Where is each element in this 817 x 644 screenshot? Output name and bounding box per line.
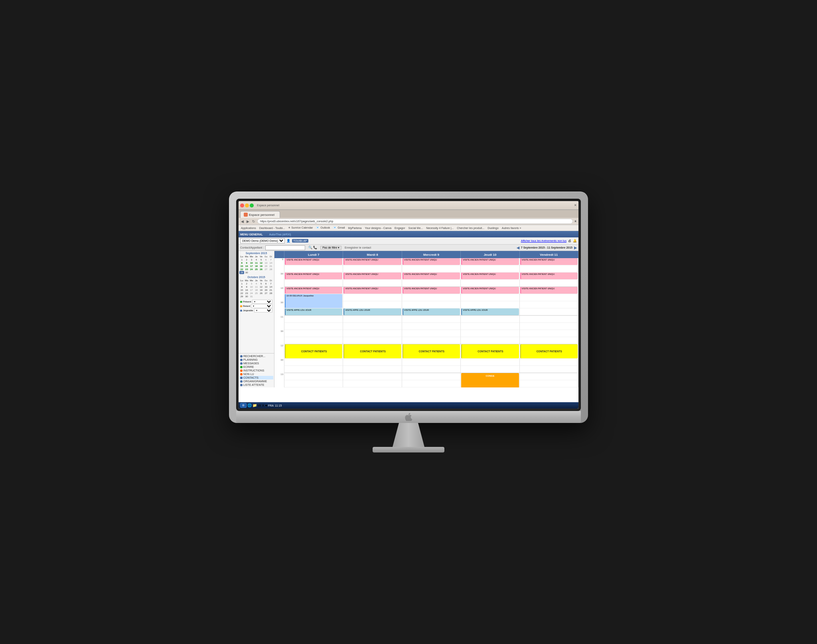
cal-cell-d1-s11[interactable]	[343, 337, 402, 344]
demo-select[interactable]: DEMO Demo (DEMO Demo)	[240, 238, 285, 243]
cal-cell-d4-s10[interactable]	[520, 330, 578, 337]
url-input[interactable]: https://prod3.ubicentrex.net/v167/pages/…	[257, 219, 573, 224]
oct-grid[interactable]: Lu Ma Me Je Ve Sa Di 1 2 3 4	[239, 279, 273, 298]
cal-cell-d0-s12[interactable]: CONTACT PATIENTS	[284, 344, 343, 352]
contact-input[interactable]	[265, 245, 305, 250]
cal-cell-d0-s0[interactable]: VISITE ANCIEN PATIENT UNIQU	[284, 258, 343, 265]
cal-cell-d2-s7[interactable]: VISITE APPE LDU JOUR	[402, 308, 461, 316]
bookmark-autres[interactable]: Autres favoris »	[501, 227, 522, 229]
event-28[interactable]: VISITE ANCIEN PATIENT UNIQU	[403, 273, 460, 279]
cal-cell-d4-s0[interactable]: VISITE ANCIEN PATIENT UNIQU	[520, 258, 578, 265]
oct-d24[interactable]: 24	[249, 292, 254, 295]
cal-cell-d3-s4[interactable]: VISITE ANCIEN PATIENT UNIQU	[461, 287, 519, 294]
event-29[interactable]: VISITE ANCIEN PATIENT UNIQU	[403, 287, 460, 294]
sep-d9[interactable]: 9	[244, 261, 249, 265]
cal-cell-d1-s6[interactable]	[343, 301, 402, 308]
cal-cell-d1-s17[interactable]	[343, 380, 402, 387]
event-1[interactable]: VISITE ANCIEN PATIENT UNIQU	[285, 273, 342, 279]
sep-d4[interactable]: 4	[254, 258, 259, 261]
event-48[interactable]: VISITE ANCIEN PATIENT UNIQU	[520, 258, 578, 265]
oct-d30[interactable]: 30	[244, 295, 249, 298]
cal-cell-d4-s2[interactable]: VISITE ANCIEN PATIENT UNIQU	[520, 273, 578, 280]
sep-d25[interactable]: 25	[254, 268, 259, 271]
cal-cell-d4-s5[interactable]	[520, 294, 578, 301]
cal-cell-d2-s8[interactable]	[402, 316, 461, 323]
cal-cell-d0-s7[interactable]: VISITE APPE LDU JOUR	[284, 308, 343, 316]
browser-tab-active[interactable]: Espace personnel	[240, 211, 280, 218]
sep-grid[interactable]: Lu Ma Me Je Ve Sa Di 1 2 3 4	[239, 255, 273, 274]
cal-cell-d0-s15[interactable]	[284, 366, 343, 373]
close-button[interactable]	[240, 203, 244, 207]
cal-cell-d2-s4[interactable]: VISITE ANCIEN PATIENT UNIQU	[402, 287, 461, 294]
reload-button[interactable]: ↻	[251, 219, 256, 223]
sep-d5[interactable]: 5	[259, 258, 264, 261]
bookmark-gmail[interactable]: 📧 Gmail	[332, 226, 345, 229]
oct-d18[interactable]: 18	[254, 288, 259, 292]
cal-cell-d0-s8[interactable]	[284, 316, 343, 323]
oct-d25[interactable]: 25	[254, 292, 259, 295]
sep-d21[interactable]: 21	[268, 265, 273, 268]
cal-cell-d1-s10[interactable]	[343, 330, 402, 337]
oct-d6[interactable]: 6	[264, 282, 268, 285]
cal-cell-d1-s12[interactable]: CONTACT PATIENTS	[343, 344, 402, 352]
sep-d15[interactable]: 15	[239, 265, 244, 268]
event-49[interactable]: VISITE ANCIEN PATIENT UNIQU	[520, 273, 578, 279]
sep-d26[interactable]: 26	[259, 268, 264, 271]
cal-cell-d0-s1[interactable]	[284, 265, 343, 273]
header-mardi[interactable]: Mardi 8	[343, 251, 402, 258]
retard-select[interactable]: ▾	[251, 304, 272, 308]
start-button[interactable]: ⊞	[240, 403, 247, 408]
event-44[interactable]: VISITE ANCIEN PATIENT UNIQU	[461, 287, 519, 294]
cal-cell-d3-s8[interactable]	[461, 316, 519, 323]
cal-cell-d1-s15[interactable]	[343, 366, 402, 373]
cal-cell-d0-s2[interactable]: VISITE ANCIEN PATIENT UNIQU	[284, 273, 343, 280]
sep-d23[interactable]: 23	[244, 268, 249, 271]
cal-cell-d2-s12[interactable]: CONTACT PATIENTS	[402, 344, 461, 352]
event-27[interactable]: VISITE ANCIEN PATIENT UNIQU	[403, 258, 460, 265]
sep-d20[interactable]: 20	[264, 265, 268, 268]
sep-d3[interactable]: 3	[249, 258, 254, 261]
cal-cell-d0-s10[interactable]	[284, 330, 343, 337]
oct-d21[interactable]: 21	[268, 288, 273, 292]
sep-d29[interactable]: 29	[239, 271, 244, 274]
cal-cell-d4-s9[interactable]	[520, 323, 578, 330]
cal-cell-d3-s16[interactable]: CONGE	[461, 373, 519, 380]
event-2[interactable]: VISITE ANCIEN PATIENT UNIQU	[285, 287, 342, 294]
sep-d28[interactable]: 28	[268, 268, 273, 271]
event-50[interactable]: VISITE ANCIEN PATIENT UNIQU	[520, 287, 578, 294]
event-18[interactable]: CONTACT PATIENTS	[343, 344, 401, 358]
phone-icon[interactable]: 📞	[313, 246, 317, 249]
cal-cell-d3-s12[interactable]: CONTACT PATIENTS	[461, 344, 519, 352]
window-close-icon[interactable]: ✕	[574, 203, 577, 207]
event-16[interactable]: VISITE ANCIEN PATIENT UNIQU	[343, 287, 401, 294]
minimize-button[interactable]	[245, 203, 249, 207]
toubip-button[interactable]: TOUIBI.AP	[292, 239, 308, 243]
oct-d4[interactable]: 4	[254, 282, 259, 285]
cal-cell-d3-s3[interactable]	[461, 280, 519, 287]
cal-cell-d1-s1[interactable]	[343, 265, 402, 273]
taskbar-chrome-icon[interactable]: ●	[265, 403, 267, 407]
cal-cell-d0-s9[interactable]	[284, 323, 343, 330]
oct-d3[interactable]: 3	[249, 282, 254, 285]
event-5[interactable]: CONTACT PATIENTS	[285, 344, 342, 358]
oct-d20[interactable]: 20	[264, 288, 268, 292]
cal-cell-d0-s3[interactable]	[284, 280, 343, 287]
bookmark-applications[interactable]: Applications	[240, 227, 257, 229]
cal-cell-d3-s1[interactable]	[461, 265, 519, 273]
show-all-link[interactable]: Afficher tous les événements non lus	[521, 239, 566, 242]
cal-cell-d1-s9[interactable]	[343, 323, 402, 330]
cal-cell-d0-s16[interactable]	[284, 373, 343, 380]
oct-d26[interactable]: 26	[259, 292, 264, 295]
bookmark-dashboard[interactable]: Dashboard - Touibi...	[259, 227, 286, 229]
cal-cell-d4-s4[interactable]: VISITE ANCIEN PATIENT UNIQU	[520, 287, 578, 294]
event-3[interactable]: 10:00 DELVAUX Jacqueline	[285, 294, 342, 308]
oct-d2[interactable]: 2	[244, 282, 249, 285]
cal-cell-d1-s4[interactable]: VISITE ANCIEN PATIENT UNIQU	[343, 287, 402, 294]
bookmark-mypartena[interactable]: MyPartena	[347, 227, 363, 229]
nav-non-lu[interactable]: NON LU	[239, 372, 273, 376]
event-0[interactable]: VISITE ANCIEN PATIENT UNIQU	[285, 258, 342, 265]
oct-d13[interactable]: 13	[264, 285, 268, 288]
cal-cell-d2-s2[interactable]: VISITE ANCIEN PATIENT UNIQU	[402, 273, 461, 280]
prev-week-button[interactable]: ◀	[517, 246, 519, 250]
cal-cell-d4-s15[interactable]	[520, 366, 578, 373]
